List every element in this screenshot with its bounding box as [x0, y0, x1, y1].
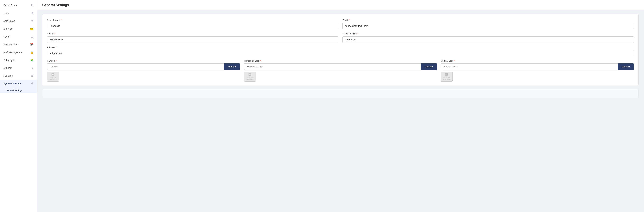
second-card — [42, 89, 639, 98]
dollar-icon: $ — [32, 11, 33, 14]
sidebar-item-expense[interactable]: Expense 💳 — [0, 25, 37, 33]
address-input[interactable] — [47, 50, 634, 56]
horizontal-logo-upload-button[interactable]: Upload — [421, 63, 437, 70]
favicon-text-input[interactable] — [47, 63, 224, 70]
plane-icon: ✈ — [31, 19, 33, 22]
school-tagline-input[interactable] — [342, 36, 634, 43]
form-row-3: Address * — [47, 46, 634, 56]
email-label: Email * — [342, 19, 634, 21]
payroll-icon: ▤ — [31, 35, 33, 38]
horizontal-logo-preview: 🖼 NO IMAGEAVAILABLE — [244, 71, 256, 82]
calendar-icon: 📅 — [30, 43, 33, 46]
sidebar-item-staff-leave[interactable]: Staff Leave ✈ — [0, 17, 37, 25]
general-settings-card: School Name * Email * Phone * — [42, 14, 639, 86]
page-title: General Settings — [42, 3, 639, 7]
vertical-logo-upload-button[interactable]: Upload — [618, 63, 634, 70]
content-area: School Name * Email * Phone * — [37, 10, 644, 105]
gear-icon: ⚙ — [31, 82, 33, 85]
upload-row: Favicon * Upload 🖼 NO IMAGEAVAILABLE Hor… — [47, 60, 634, 82]
vertical-logo-input-row: Upload — [441, 63, 634, 70]
vertical-logo-group: Vertical Logo * Upload 🖼 NO IMAGEAVAILAB… — [441, 60, 634, 82]
wallet-icon: 💳 — [30, 27, 33, 30]
email-group: Email * — [342, 19, 634, 29]
school-tagline-label: School Tagline * — [342, 32, 634, 35]
sidebar-item-system-settings[interactable]: System Settings ⚙ — [0, 80, 37, 87]
vertical-logo-no-image-icon: 🖼 — [445, 73, 448, 76]
address-label: Address * — [47, 46, 634, 48]
horizontal-logo-input-row: Upload — [244, 63, 437, 70]
horizontal-logo-text-input[interactable] — [244, 63, 421, 70]
favicon-group: Favicon * Upload 🖼 NO IMAGEAVAILABLE — [47, 60, 240, 82]
monitor-icon: 🖥 — [31, 4, 33, 7]
address-group: Address * — [47, 46, 634, 56]
sidebar-sub-item-general-settings[interactable]: General Settings — [0, 87, 37, 93]
school-name-input[interactable] — [47, 23, 338, 29]
vertical-logo-label: Vertical Logo * — [441, 60, 634, 62]
sidebar-item-subscription[interactable]: Subscription 🧩 — [0, 56, 37, 64]
horizontal-logo-label: Horizontal Logo * — [244, 60, 437, 62]
puzzle-icon: 🧩 — [30, 59, 33, 62]
vertical-logo-preview: 🖼 NO IMAGEAVAILABLE — [441, 71, 453, 82]
favicon-input-row: Upload — [47, 63, 240, 70]
sidebar-item-features[interactable]: Features ☰ — [0, 72, 37, 80]
staff-icon: 🔒 — [30, 51, 33, 54]
sidebar-item-online-exam[interactable]: Online Exam 🖥 — [0, 1, 37, 9]
phone-input[interactable] — [47, 36, 338, 43]
school-name-group: School Name * — [47, 19, 338, 29]
sidebar-item-payroll[interactable]: Payroll ▤ — [0, 33, 37, 40]
sidebar-item-staff-management[interactable]: Staff Management 🔒 — [0, 48, 37, 56]
school-tagline-group: School Tagline * — [342, 32, 634, 43]
form-row-1: School Name * Email * — [47, 19, 634, 29]
main-content: General Settings School Name * Email * — [37, 0, 644, 212]
sidebar: Online Exam 🖥 Fees $ Staff Leave ✈ Expen… — [0, 0, 37, 212]
favicon-upload-button[interactable]: Upload — [224, 63, 240, 70]
sidebar-item-fees[interactable]: Fees $ — [0, 9, 37, 17]
favicon-label: Favicon * — [47, 60, 240, 62]
page-header: General Settings — [37, 0, 644, 10]
phone-group: Phone * — [47, 32, 338, 43]
vertical-logo-text-input[interactable] — [441, 63, 618, 70]
favicon-preview: 🖼 NO IMAGEAVAILABLE — [47, 71, 59, 82]
sidebar-item-session-years[interactable]: Session Years 📅 — [0, 40, 37, 48]
favicon-no-image-icon: 🖼 — [52, 73, 54, 76]
horizontal-logo-group: Horizontal Logo * Upload 🖼 NO IMAGEAVAIL… — [244, 60, 437, 82]
phone-label: Phone * — [47, 32, 338, 35]
form-row-2: Phone * School Tagline * — [47, 32, 634, 43]
school-name-label: School Name * — [47, 19, 338, 21]
list-icon: ☰ — [31, 74, 33, 77]
email-input[interactable] — [342, 23, 634, 29]
sidebar-item-support[interactable]: Support ? — [0, 64, 37, 72]
horizontal-logo-no-image-icon: 🖼 — [248, 73, 252, 76]
question-icon: ? — [32, 66, 33, 69]
